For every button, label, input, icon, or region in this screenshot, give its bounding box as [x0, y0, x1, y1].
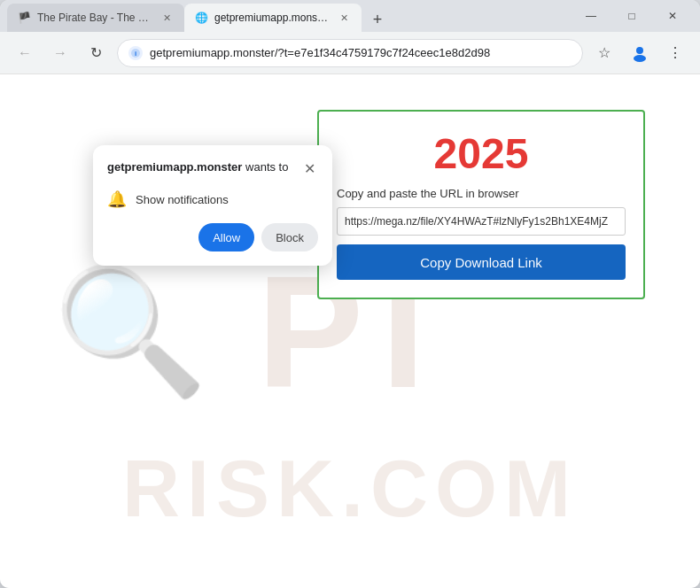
browser-window: 🏴 The Pirate Bay - The galaxy's m... ✕ 🌐…: [0, 0, 700, 588]
refresh-button[interactable]: ↻: [82, 39, 110, 67]
url-value: https://mega.nz/file/XY4HWAzT#lzNlyFy1s2…: [345, 215, 608, 228]
svg-point-2: [636, 47, 643, 54]
bookmark-button[interactable]: ☆: [590, 39, 618, 67]
tab-2-favicon: 🌐: [195, 12, 207, 24]
tab-1-close[interactable]: ✕: [159, 11, 174, 25]
new-tab-button[interactable]: +: [365, 7, 390, 32]
notif-permission-row: 🔔 Show notifications: [107, 190, 318, 209]
tab-1-favicon: 🏴: [18, 12, 30, 24]
address-input-wrap[interactable]: i getpremiumapp.monster/?t=e7e1f34c47591…: [117, 39, 583, 67]
notif-permission-label: Show notifications: [136, 193, 229, 206]
url-field[interactable]: https://mega.nz/file/XY4HWAzT#lzNlyFy1s2…: [337, 207, 626, 236]
svg-text:i: i: [135, 50, 136, 58]
watermark-magnifier: 🔍: [53, 259, 208, 405]
tabs-bar: 🏴 The Pirate Bay - The galaxy's m... ✕ 🌐…: [7, 0, 571, 32]
svg-point-3: [634, 55, 646, 62]
minimize-button[interactable]: —: [571, 0, 611, 32]
profile-button[interactable]: [626, 39, 654, 67]
allow-button[interactable]: Allow: [198, 223, 254, 251]
download-box: 2025 Copy and paste the URL in browser h…: [317, 110, 645, 299]
watermark-risk: RISK.COM: [122, 444, 578, 535]
notif-wants-to: wants to: [245, 160, 288, 174]
forward-button[interactable]: →: [46, 39, 74, 67]
close-button[interactable]: ✕: [652, 0, 693, 32]
notif-header: getpremiumapp.monster wants to ✕: [107, 159, 318, 177]
copy-label: Copy and paste the URL in browser: [337, 187, 626, 200]
tab-2[interactable]: 🌐 getpremiumapp.monster/?t=e... ✕: [184, 4, 362, 32]
address-bar: ← → ↻ i getpremiumapp.monster/?t=e7e1f34…: [0, 32, 700, 74]
maximize-button[interactable]: □: [611, 0, 652, 32]
menu-button[interactable]: ⋮: [661, 39, 689, 67]
tab-2-title: getpremiumapp.monster/?t=e...: [214, 12, 330, 24]
notif-close-button[interactable]: ✕: [300, 159, 318, 177]
security-icon: i: [128, 46, 143, 60]
block-button[interactable]: Block: [261, 223, 318, 251]
year-display: 2025: [337, 129, 626, 178]
notification-popup: getpremiumapp.monster wants to ✕ 🔔 Show …: [93, 145, 332, 266]
notif-site: getpremiumapp.monster: [107, 160, 242, 174]
copy-download-button[interactable]: Copy Download Link: [337, 244, 626, 280]
tab-2-close[interactable]: ✕: [337, 11, 351, 25]
window-controls: — □ ✕: [571, 0, 693, 32]
copy-download-label: Copy Download Link: [420, 255, 542, 270]
title-bar: 🏴 The Pirate Bay - The galaxy's m... ✕ 🌐…: [0, 0, 700, 32]
back-button[interactable]: ←: [11, 39, 39, 67]
notif-title: getpremiumapp.monster wants to: [107, 159, 288, 175]
bell-icon: 🔔: [107, 190, 127, 209]
browser-content: 🔍 PT RISK.COM 2025 Copy and paste the UR…: [0, 74, 700, 588]
tab-1-title: The Pirate Bay - The galaxy's m...: [37, 12, 152, 24]
notif-actions: Allow Block: [107, 223, 318, 251]
address-text: getpremiumapp.monster/?t=e7e1f34c4759179…: [150, 46, 572, 59]
tab-1[interactable]: 🏴 The Pirate Bay - The galaxy's m... ✕: [7, 4, 184, 32]
